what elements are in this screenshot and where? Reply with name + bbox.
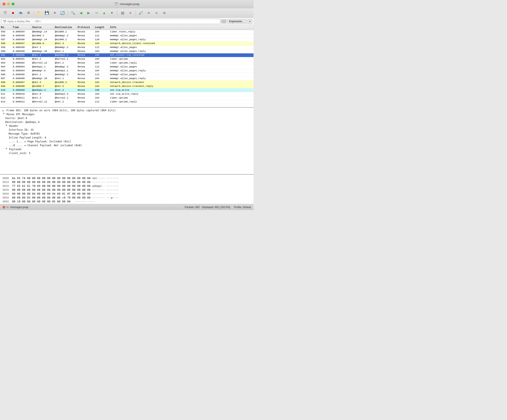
packets-info: Packets: 662 · Displayed: 662 (100.0%) xyxy=(185,206,230,209)
hex-bytes: 6e 65 74 00 00 00 00 00 00 00 00 00 00 0… xyxy=(12,176,91,180)
status-left: ✏ messages.pcap xyxy=(3,205,28,209)
hex-bytes: 00 10 00 00 00 00 00 00 05 00 00 00 xyxy=(12,200,73,203)
packet-row[interactable]: 5950.000594@memmgr.14@e1000.1Resea104tim… xyxy=(0,30,254,34)
col-header-time: Time xyxy=(12,26,31,29)
packet-cell-6: memmgr.alloc_pages xyxy=(109,34,254,38)
packet-row[interactable]: 6120.000611@net.2@kernel.1Resea104timer.… xyxy=(0,96,254,100)
packet-cell-6: memmgr.alloc_pages_reply xyxy=(109,77,254,80)
hex-offset: 0040 xyxy=(3,192,10,196)
packet-cell-0: 606 xyxy=(0,73,12,77)
filter-input-wrap[interactable]: 🦈 xyxy=(1,19,220,24)
back-button[interactable]: ◀ xyxy=(77,9,84,16)
add-filter-button[interactable]: + xyxy=(247,19,252,24)
packet-row[interactable]: 5980.000597@e1000.8@net.3Resea104network… xyxy=(0,42,254,46)
packet-cell-3: @memmgr.2 xyxy=(54,34,77,38)
packet-row[interactable]: 6110.000610@net.8@webapi.3Resea104net.tc… xyxy=(0,92,254,96)
packet-cell-2: @net.9 xyxy=(31,53,54,57)
packet-cell-0: 596 xyxy=(0,34,12,38)
packet-row[interactable]: 6040.000603@webapi.1@memmgr.2Resea112mem… xyxy=(0,65,254,69)
packet-cell-0: 607 xyxy=(0,77,12,80)
resea-label: Resea IPC Messages xyxy=(7,113,35,116)
scroll-up-button[interactable]: ▲ xyxy=(101,9,108,16)
colorize-button[interactable]: ▤ xyxy=(119,9,126,16)
packet-row[interactable]: 6050.000604@memmgr.6@webapi.1Resea104mem… xyxy=(0,69,254,73)
zoom-out-button[interactable]: ⊖ xyxy=(145,9,152,16)
shark-toolbar-button[interactable]: 🦈 xyxy=(2,9,9,16)
zoom-in-button[interactable]: 🔎 xyxy=(137,9,144,16)
expression-button[interactable]: Expression… xyxy=(227,19,246,24)
columns-button[interactable]: ⊞ xyxy=(161,9,168,16)
resea-section[interactable]: ▶ Resea IPC Messages xyxy=(0,112,254,116)
packet-cell-0: 613 xyxy=(0,100,12,104)
window-title: messages.pcap xyxy=(120,2,139,6)
hex-ascii: ········ ········ xyxy=(92,188,119,192)
hex-ascii: ········ ········ xyxy=(92,180,119,184)
packet-row[interactable]: 5960.000595@e1000.1@memmgr.2Resea112memm… xyxy=(0,34,254,38)
forward-button[interactable]: ▶ xyxy=(85,9,92,16)
packet-cell-2: @memmgr.14 xyxy=(31,30,54,34)
statusbar: ✏ messages.pcap Packets: 662 · Displayed… xyxy=(0,204,254,210)
packet-cell-0: 603 xyxy=(0,61,12,65)
save-file-button[interactable]: 💾 xyxy=(43,9,50,16)
toolbar-separator-3 xyxy=(117,10,117,15)
filter-apply-button[interactable]: → xyxy=(221,20,226,23)
packet-cell-3: @net.5 xyxy=(54,84,77,88)
packet-cell-5: 104 xyxy=(94,96,109,100)
packet-cell-6: net.tcp_write xyxy=(109,88,254,92)
packet-row[interactable]: 6130.000612@kernel.12@net.2Resea112timer… xyxy=(0,100,254,104)
header-section[interactable]: ▶ Header xyxy=(0,124,254,128)
packet-cell-1: 0.000606 xyxy=(12,77,31,80)
goto-button[interactable]: ⇒ xyxy=(93,9,100,16)
hex-row: 004009 00 00 00 04 00 00 00 04 08 01 0f … xyxy=(3,192,251,196)
packet-cell-4: Resea xyxy=(77,81,94,84)
open-file-button[interactable]: 📁 xyxy=(36,9,42,16)
packet-cell-6: network_device.transmit xyxy=(109,81,254,84)
packet-cell-5: 104 xyxy=(94,69,109,73)
payloads-section[interactable]: ▶ Payloads xyxy=(0,147,254,151)
packet-row[interactable]: 6010.000600@net.9@webapi.4Resea108net_cl… xyxy=(0,53,254,57)
filter-input[interactable] xyxy=(7,20,219,23)
hex-bytes: 00 00 00 03 00 00 00 00 00 00 c0 70 00 0… xyxy=(12,196,91,200)
close-file-button[interactable]: ✕ xyxy=(51,9,58,16)
find-packet-button[interactable]: 🔍 xyxy=(70,9,77,16)
packet-cell-1: 0.000608 xyxy=(12,84,31,88)
packet-row[interactable]: 5990.000598@net.1@memmgr.2Resea112memmgr… xyxy=(0,46,254,49)
titlebar: 🦈 messages.pcap xyxy=(0,0,254,8)
titlebar-title: 🦈 messages.pcap xyxy=(114,2,139,6)
packet-cell-2: @kernel.12 xyxy=(31,100,54,104)
packet-cell-2: @kernel.12 xyxy=(31,61,54,65)
header-label: Header xyxy=(9,125,18,127)
packet-row[interactable]: 6000.000599@memmgr.10@net.1Resea104memmg… xyxy=(0,49,254,53)
hex-bytes: 77 65 62 61 70 69 00 00 00 00 00 00 00 0… xyxy=(12,184,91,188)
minimize-button[interactable] xyxy=(7,3,10,5)
scroll-down-button[interactable]: ▼ xyxy=(108,9,115,16)
packet-row[interactable]: 6030.000602@kernel.12@net.2Resea104timer… xyxy=(0,61,254,65)
packet-row[interactable]: 6090.000608@e1000.7@net.5Resea104network… xyxy=(0,84,254,88)
capture-options-button[interactable]: ⚙ xyxy=(25,9,32,16)
packet-cell-1: 0.000595 xyxy=(12,34,31,38)
autoscroll-button[interactable]: ≡ xyxy=(127,9,134,16)
packet-row[interactable]: 6060.000605@net.1@memmgr.2Resea112memmgr… xyxy=(0,73,254,77)
hex-ascii: ········ ········ xyxy=(92,192,119,196)
packet-cell-3: @e1000.1 xyxy=(54,30,77,34)
close-button[interactable] xyxy=(3,3,5,5)
hex-row: 005000 00 00 03 00 00 00 00 00 00 c0 70 … xyxy=(3,196,251,200)
frame-section[interactable]: ▶ Frame 601: 108 bytes on wire (864 bits… xyxy=(0,108,254,112)
reload-file-button[interactable]: 🔄 xyxy=(59,9,66,16)
packet-cell-0: 611 xyxy=(0,92,12,96)
stop-capture-button[interactable]: ■ xyxy=(9,9,16,16)
message-type-label: Message Type: 0x0f01 xyxy=(9,132,40,135)
packet-row[interactable]: 6020.000601@net.2@kernel.1Resea104timer.… xyxy=(0,57,254,61)
packet-cell-3: @e1000.1 xyxy=(54,38,77,42)
packet-row[interactable]: 5970.000596@memmgr.14@e1000.1Resea120mem… xyxy=(0,38,254,42)
maximize-button[interactable] xyxy=(12,3,14,5)
packet-row[interactable]: 6070.000606@memmgr.10@net.1Resea104memmg… xyxy=(0,77,254,81)
packet-cell-1: 0.000605 xyxy=(12,73,31,77)
hex-offset: 0060 xyxy=(3,200,10,203)
packet-cell-2: @e1000.8 xyxy=(31,42,54,45)
packet-row[interactable]: 6100.000609@webapi.3@net.3Resea108net.tc… xyxy=(0,88,254,92)
packet-row[interactable]: 6080.000607@net.5@e1000.3Resea104network… xyxy=(0,81,254,84)
restart-capture-button[interactable]: 🐟 xyxy=(17,9,24,16)
packet-cell-5: 104 xyxy=(94,49,109,53)
zoom-reset-button[interactable]: ⊙ xyxy=(153,9,160,16)
